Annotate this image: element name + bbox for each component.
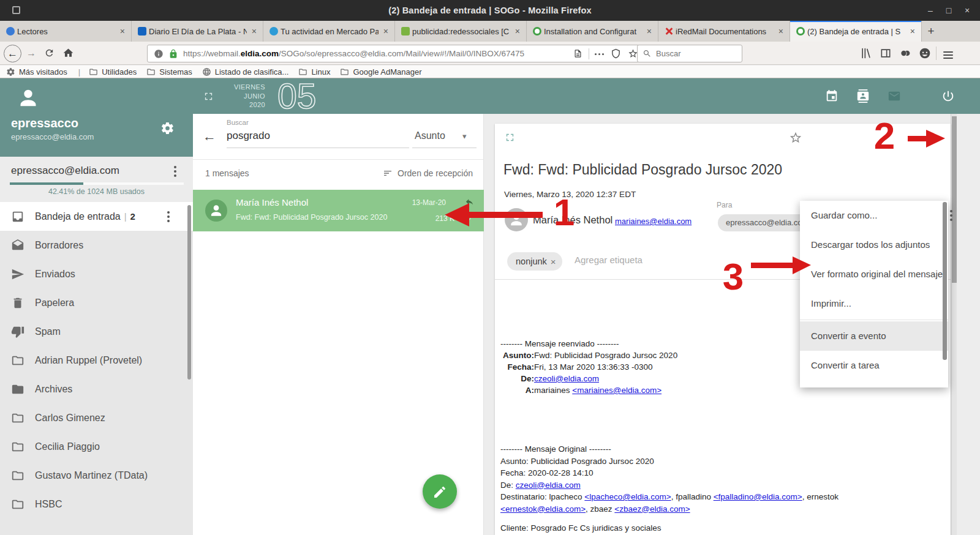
menu-scrollbar[interactable]: [943, 202, 947, 360]
tag-close-icon[interactable]: ×: [551, 256, 556, 267]
menu-item-convertir-tarea[interactable]: Convertir a tarea: [800, 351, 948, 380]
email-link[interactable]: <mariaines@eldia.com>: [572, 386, 662, 395]
sidebar-item-papelera[interactable]: Papelera: [0, 288, 193, 317]
pocket-icon[interactable]: [611, 48, 621, 59]
globe-icon: [202, 67, 211, 77]
email-link[interactable]: <fpalladino@eldia.com>: [714, 492, 802, 501]
email-link[interactable]: <ernestok@eldia.com>: [500, 504, 586, 514]
tab-lectores[interactable]: Lectores×: [0, 21, 132, 42]
site-info-icon[interactable]: [154, 49, 164, 59]
sidebars-icon[interactable]: [880, 47, 892, 59]
tab-diario-eldia[interactable]: Diario El Día de La Plata - N×: [132, 21, 263, 42]
sidebar-item-inbox[interactable]: Bandeja de entrada | 2: [0, 202, 193, 231]
compose-button[interactable]: [423, 474, 457, 509]
minimize-button[interactable]: –: [921, 0, 940, 21]
tab-bandeja-active[interactable]: (2) Bandeja de entrada | S×: [790, 21, 922, 42]
menu-hamburger-icon[interactable]: [943, 49, 954, 61]
accounts-icon[interactable]: [899, 47, 911, 59]
back-button[interactable]: ←: [4, 45, 21, 62]
message-list-column: Buscar ← Asunto ▾ 1 mensajes Orden de re…: [193, 114, 484, 535]
menu-item-descargar[interactable]: Descargar todos los adjuntos: [800, 230, 948, 260]
message-subject: Fwd: Fwd: Publicidad Posgrado Jursoc 202…: [236, 213, 387, 222]
email-link[interactable]: <lpacheco@eldia.com>: [584, 492, 671, 501]
close-button[interactable]: ×: [958, 0, 976, 21]
pane-scrollbar[interactable]: [951, 114, 957, 535]
bookmark-utilidades[interactable]: Utilidades: [89, 67, 137, 77]
sidebar-item-enviados[interactable]: Enviados: [0, 260, 193, 288]
email-link[interactable]: czeoli@eldia.com: [534, 373, 599, 384]
sender-email-link[interactable]: mariaines@eldia.com: [615, 217, 692, 226]
sidebar-item-spam[interactable]: Spam: [0, 317, 193, 346]
expand-icon[interactable]: [505, 132, 515, 143]
tab-close-icon[interactable]: ×: [118, 26, 127, 36]
account-email[interactable]: epressacco@eldia.com: [11, 165, 119, 177]
tab-close-icon[interactable]: ×: [644, 26, 654, 36]
scrollbar-thumb[interactable]: [952, 116, 957, 283]
add-tag-input[interactable]: [575, 255, 709, 265]
folder-icon: [146, 67, 156, 77]
back-arrow-icon[interactable]: ←: [203, 129, 216, 144]
email-link[interactable]: <zbaez@eldia.com>: [614, 504, 690, 514]
tab-close-icon[interactable]: ×: [249, 26, 259, 36]
new-tab-button[interactable]: +: [922, 21, 940, 42]
library-icon[interactable]: [860, 47, 872, 59]
bookmark-admanager[interactable]: Google AdManager: [340, 67, 421, 77]
sidebar-scrollbar[interactable]: [187, 205, 191, 380]
sidebar-item-adrian[interactable]: Adrian Ruppel (Provetel): [0, 346, 193, 375]
menu-item-convertir-evento[interactable]: Convertir a evento: [800, 321, 948, 351]
folder-menu-icon[interactable]: [167, 215, 170, 218]
bookmark-listado[interactable]: Listado de clasifica...: [202, 67, 289, 77]
sidebar-item-cecilia[interactable]: Cecilia Piaggio: [0, 432, 193, 461]
mail-search-input[interactable]: [227, 130, 408, 142]
profile-avatar-icon[interactable]: [919, 47, 931, 59]
tab-close-icon[interactable]: ×: [908, 26, 918, 36]
browser-search-box[interactable]: [637, 45, 742, 62]
menu-item-ver-formato[interactable]: Ver formato original del mensaje: [800, 260, 948, 289]
mail-icon[interactable]: [888, 89, 901, 103]
tab-close-icon[interactable]: ×: [381, 26, 391, 36]
message-menu-kebab-icon[interactable]: [950, 214, 952, 217]
tab-mercado[interactable]: Tu actividad en Mercado Pa×: [263, 21, 395, 42]
forward-button[interactable]: →: [26, 48, 36, 59]
email-link[interactable]: czeoli@eldia.com: [516, 481, 581, 490]
message-list-item-selected[interactable]: María Inés Nethol Fwd: Fwd: Publicidad P…: [193, 190, 484, 231]
settings-gear-icon[interactable]: [160, 121, 175, 135]
bookmark-linux[interactable]: Linux: [298, 67, 330, 77]
url-bar[interactable]: https://webmail.eldia.com/SOGo/so/epress…: [147, 45, 645, 62]
tab-installation[interactable]: Installation and Configurat×: [527, 21, 658, 42]
star-icon[interactable]: [789, 131, 802, 144]
account-menu-icon[interactable]: [174, 170, 176, 173]
menu-item-guardar[interactable]: Guardar como...: [800, 201, 948, 230]
menu-item-imprimir[interactable]: Imprimir...: [800, 289, 948, 318]
sort-control[interactable]: Orden de recepción: [383, 168, 473, 178]
tab-publicidad[interactable]: publicidad:redessociales [C×: [395, 21, 527, 42]
bookmark-mas-visitados[interactable]: Más visitados: [6, 67, 67, 77]
calendar-icon[interactable]: [825, 89, 839, 103]
search-input[interactable]: [656, 46, 736, 61]
pencil-icon: [432, 485, 447, 499]
chevron-down-icon[interactable]: ▾: [462, 132, 467, 141]
reader-mode-icon[interactable]: [573, 49, 582, 58]
sidebar-item-gustavo[interactable]: Gustavo Martinez (TData): [0, 461, 193, 490]
bookmark-sistemas[interactable]: Sistemas: [146, 67, 192, 77]
contacts-icon[interactable]: [856, 89, 870, 103]
sidebar-item-borradores[interactable]: Borradores: [0, 231, 193, 260]
window-icon: [12, 6, 20, 14]
tab-iredmail[interactable]: iRedMail Documentations×: [658, 21, 790, 42]
folder-icon: [11, 354, 24, 367]
tag-chip[interactable]: nonjunk ×: [507, 252, 562, 271]
tab-favicon: [138, 27, 146, 36]
tab-close-icon[interactable]: ×: [513, 26, 522, 36]
home-icon[interactable]: [62, 47, 74, 59]
sidebar-item-carlos[interactable]: Carlos Gimenez: [0, 403, 193, 432]
search-filter-select[interactable]: Asunto: [415, 130, 445, 141]
page-actions-icon[interactable]: [598, 53, 600, 55]
logout-power-icon[interactable]: [941, 89, 955, 103]
tab-close-icon[interactable]: ×: [776, 26, 786, 36]
sidebar-item-archives[interactable]: Archives: [0, 375, 193, 403]
reload-icon[interactable]: [44, 48, 55, 58]
client-line: Cliente: Posgrado Fc Cs juridicas y soci…: [500, 522, 900, 534]
sidebar-item-hsbc[interactable]: HSBC: [0, 490, 193, 518]
expand-icon[interactable]: [203, 91, 214, 102]
maximize-button[interactable]: □: [940, 0, 958, 21]
